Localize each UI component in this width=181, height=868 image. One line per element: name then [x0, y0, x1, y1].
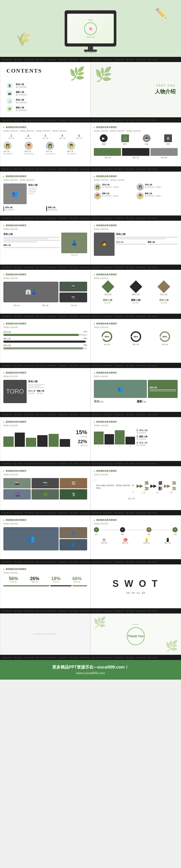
label-1: 添加人物	[3, 304, 30, 307]
slide-10-subtitle: 请您输入您的内容	[94, 326, 178, 329]
slide-06-content: 🧔 添加人物 添加人物 摄影人物	[94, 232, 178, 256]
slide-10: 添加您的业务内容相关 请您输入您的内容 90% 添加人物 98% 摄影人物	[90, 319, 181, 363]
money-stat-1: $ 添加人物	[137, 429, 178, 432]
collage-4: 🌆	[3, 489, 31, 499]
slide-11-text: 添加人物 添加人物 输入内容 摄影人物 输入内容	[28, 380, 44, 403]
swot-w: W	[124, 578, 135, 589]
slide-18-subtitle: 请您输入您的内容	[94, 523, 178, 525]
swot-label-t: 威胁	[142, 592, 145, 594]
contents-item-2: 📷 摄影人物 输入您的内容	[6, 90, 84, 96]
circle-2: 98% 摄影人物	[130, 331, 142, 346]
slide-row-10: 添加您的业务内容相关 请您输入您的内容 👥 👤 👤 添加您的业务内容相关 请您输…	[0, 515, 181, 559]
slide-11-subtitle: 请您输入您的内容	[3, 375, 87, 378]
big-stat-2: ▶▶ 摄影 人物	[150, 480, 164, 494]
hero-plant-deco-left: 🌾	[16, 32, 31, 46]
money-val-1: 添加人物	[139, 429, 147, 432]
slide-05-content: 添加人物 摄影人物 👗 添加人物	[3, 232, 87, 256]
circle-svg-1: 90%	[101, 331, 113, 342]
label-2: 摄影人物	[32, 304, 59, 307]
stat-sub-1: 输入内容	[94, 302, 121, 304]
collage-1: 📸	[3, 478, 31, 488]
screen-icon: 🖥	[164, 134, 172, 142]
stat-item-2: 摄影人物	[137, 400, 178, 403]
bar-1	[3, 436, 14, 447]
hero-section: 🌾 ✏️ 2018 🌸 Thank You 爱鸟图库	[0, 0, 181, 57]
slide-20-swot: S W O T 优势 劣势 机会 威胁	[90, 564, 181, 608]
slide-19-subtitle: 请您输入您的内容	[3, 571, 87, 574]
profile-b: 👨	[94, 192, 101, 199]
slide-03-heading: 添加人物	[28, 183, 37, 187]
stat-val-3: 添加人物	[150, 299, 178, 302]
big-stat-3: ▶▶ 添加 人物	[164, 480, 178, 494]
vbar-label-1: A	[94, 445, 103, 447]
prog-val-3: 95%	[84, 344, 87, 347]
thankyou-leaf-left: 🌿	[93, 616, 106, 628]
monitor-screen: 2018 🌸 Thank You	[67, 14, 114, 43]
quote-section: " 添加人物输入您的内容，请您输入您的内容，请您输入 " 摄影人物	[94, 478, 135, 500]
slide-12-stats: 添加人物 摄影人物	[94, 400, 178, 403]
slide-07-labels: 添加人物 摄影人物 添加人物	[3, 304, 87, 307]
big-stat-1: ▶▶ 添加 人物	[137, 480, 150, 494]
vbar-2	[104, 434, 114, 444]
collage-3: 🖼	[60, 478, 87, 488]
icon-device: 💻 设备	[143, 134, 150, 146]
photo-top: 📸	[59, 282, 87, 291]
thankyou-slide: 🌿 🌿 2018 Thank You	[90, 614, 181, 655]
hero-pencils-deco: ✏️	[155, 8, 167, 19]
photo-collage: 📸 📷 🖼 🌆 🌿 🍃	[3, 478, 87, 499]
slide-07-photos: 👔👗 📸 📷	[3, 282, 87, 302]
pct-label-2: 摄影人物	[30, 581, 39, 583]
slide-17: 添加您的业务内容相关 请您输入您的内容 👥 👤 👤	[0, 515, 90, 559]
diamond-shape-3	[157, 280, 170, 293]
slide-08-tag: 添加您的业务内容相关	[94, 273, 178, 276]
stat-item-1: 添加人物	[94, 400, 135, 403]
slide-04-profiles: 👩 添加人物 输入您的内容，请您输入 👨 摄影人物 输入您的内容，请您输入	[94, 183, 135, 199]
main-photo: 👥	[3, 527, 59, 550]
slide-17-subtitle: 请您输入您的内容	[3, 523, 87, 525]
slide-09: 添加您的业务内容相关 请您输入您的内容 添加人物 90% 摄影人物 98%	[0, 319, 90, 363]
icon-video: ▶ 视频	[100, 134, 108, 146]
pct-22: 22%	[71, 439, 87, 444]
blank-content: 添加您的业务内容相关	[3, 617, 87, 651]
stats-section: ▶▶ 添加 人物 ▶▶ 摄影 人物 ▶▶ 添加 人物	[137, 478, 178, 494]
progress-item-3: 添加人物 95%	[3, 344, 87, 349]
divider-text-10: Yardre Yardre Yardre Yardre Yardre Yardr…	[2, 512, 158, 514]
timeline-node-2: 2 摄影	[120, 527, 125, 536]
diamond-row: 添加人物 摄影人物 添加人物	[94, 282, 178, 296]
footer-url: www.sucai999.com	[5, 671, 176, 675]
slide-row-2: 添加您的业务内容相关 请您输入您的内容，请您输入您的内容，请您输入您的内容，请您…	[0, 123, 181, 166]
photo-icon: □	[121, 134, 129, 142]
money-label-2: 输入您的内容	[137, 438, 178, 440]
icon-photo-label: 图片	[121, 143, 129, 146]
slide-02-icons: ▶ 视频 □ 图片 💻 设备 🖥 屏幕	[94, 134, 178, 146]
slide-18: 添加您的业务内容相关 请您输入您的内容 1 添加 2 摄影 3 添加 4	[90, 515, 181, 559]
vbar-3	[115, 430, 125, 444]
pct-value-4: 66%	[72, 576, 82, 581]
money-stat-3: $ 添加人物	[137, 441, 178, 444]
pct-bar-3	[72, 585, 87, 586]
diamond-shape-1	[101, 280, 114, 293]
slide-01-tag: 添加您的业务内容相关	[3, 126, 87, 129]
money-val-3: 添加人物	[139, 441, 147, 444]
circle-svg-3: 95%	[159, 331, 171, 342]
divider-8: Yardre Yardre Yardre Yardre Yardre Yardr…	[0, 412, 181, 417]
contents-items: 👤 添加人物 输入您的内容 📷 摄影人物 输入您的内容 📊 添加人物 输入您的内…	[6, 83, 84, 112]
contents-item-1: 👤 添加人物 输入您的内容	[6, 83, 84, 89]
pct-col-1: 56% 添加人物	[9, 576, 18, 583]
quote-author: 摄影人物	[94, 497, 135, 500]
divider-text-11: Yardre Yardre Yardre Yardre Yardre Yardr…	[2, 561, 158, 563]
slide-row-12: 添加您的业务内容相关 🌿 🌿 2018 Thank You	[0, 614, 181, 655]
money-val-2: 摄影人物	[139, 435, 147, 438]
video-icon: ▶	[100, 134, 108, 142]
slide-09-subtitle: 请您输入您的内容	[3, 326, 87, 329]
pct-col-3: 18% 添加人物	[51, 576, 61, 583]
contents-label-4: 摄影人物 输入您的内容	[16, 106, 27, 112]
stat-2: 摄影人物 输入您的内容	[46, 206, 87, 211]
percent-display: 15% 添加人物 22% 摄影人物	[71, 429, 87, 447]
prog-label-2: 摄影人物	[3, 338, 10, 340]
collage-2: 📷	[32, 478, 59, 488]
contents-icon-4: 🌿	[6, 106, 13, 112]
slide-row-3: 添加您的业务内容相关 请您输入您的内容，请您输入您的内容 👥 添加人物 添加人物…	[0, 172, 181, 216]
pct-col-4: 66% 摄影人物	[72, 576, 82, 583]
side-photo-2: 👤	[59, 539, 87, 550]
